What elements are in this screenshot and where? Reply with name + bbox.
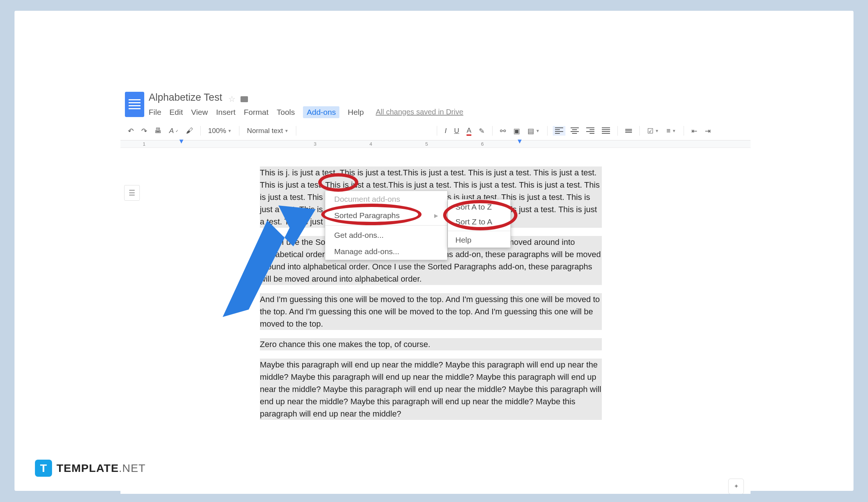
- docs-logo-icon[interactable]: [125, 92, 144, 117]
- ruler-mark-6: 6: [481, 141, 484, 147]
- align-left-button[interactable]: [553, 126, 565, 136]
- sorted-paragraphs-item[interactable]: Sorted Paragraphs▸: [325, 207, 447, 224]
- indent-decrease-button[interactable]: ⇤: [689, 125, 700, 137]
- outline-button[interactable]: ☰: [124, 185, 140, 201]
- watermark: T TEMPLATE.NET: [35, 460, 146, 477]
- ruler-mark-5: 5: [425, 141, 428, 147]
- paragraph-5[interactable]: Maybe this paragraph will end up near th…: [260, 359, 602, 420]
- print-button[interactable]: 🖶: [152, 125, 164, 136]
- menu-view[interactable]: View: [191, 108, 208, 117]
- manage-addons-item[interactable]: Manage add-ons...: [325, 243, 447, 260]
- explore-button[interactable]: ✦: [728, 479, 744, 494]
- star-icon[interactable]: ☆: [228, 94, 236, 104]
- menu-file[interactable]: File: [149, 108, 161, 117]
- align-justify-button[interactable]: [600, 126, 612, 136]
- toolbar: ↶ ↷ 🖶 A✓ 🖌 100% ▼ Normal text ▼ I U A ✎ …: [120, 122, 751, 140]
- menu-format[interactable]: Format: [244, 108, 269, 117]
- bullet-list-button[interactable]: ≡ ▼: [664, 125, 678, 136]
- underline-button[interactable]: U: [452, 125, 462, 136]
- link-button[interactable]: ⚯: [498, 125, 508, 137]
- indent-increase-button[interactable]: ⇥: [703, 125, 713, 137]
- style-selector[interactable]: Normal text ▼: [245, 125, 291, 136]
- sort-a-to-z-item[interactable]: Sort A to Z: [448, 200, 510, 214]
- menu-addons[interactable]: Add-ons: [303, 106, 339, 118]
- right-indent-marker-icon[interactable]: ▼: [516, 137, 523, 145]
- menu-bar: File Edit View Insert Format Tools Add-o…: [149, 104, 746, 122]
- zoom-selector[interactable]: 100% ▼: [206, 125, 234, 136]
- paragraph-3[interactable]: And I'm guessing this one will be moved …: [260, 293, 602, 330]
- ruler-mark-3: 3: [314, 141, 316, 147]
- checklist-button[interactable]: ☑ ▼: [645, 125, 661, 137]
- folder-icon[interactable]: [241, 96, 248, 102]
- addons-dropdown: Document add-ons Sorted Paragraphs▸ Get …: [325, 191, 448, 260]
- paragraph-4[interactable]: Zero chance this one makes the top, of c…: [260, 338, 602, 350]
- indent-marker-icon[interactable]: ▼: [178, 137, 185, 145]
- menu-edit[interactable]: Edit: [170, 108, 183, 117]
- saved-status[interactable]: All changes saved in Drive: [376, 108, 464, 116]
- dropdown-heading: Document add-ons: [325, 191, 447, 207]
- line-spacing-button[interactable]: [623, 127, 634, 134]
- ruler-mark-4: 4: [370, 141, 372, 147]
- ruler-mark-1: 1: [143, 141, 145, 147]
- image-button[interactable]: ▤ ▼: [525, 125, 542, 137]
- highlight-button[interactable]: ✎: [477, 125, 487, 137]
- watermark-text: TEMPLATE.NET: [57, 462, 146, 475]
- menu-insert[interactable]: Insert: [216, 108, 236, 117]
- get-addons-item[interactable]: Get add-ons...: [325, 227, 447, 243]
- menu-tools[interactable]: Tools: [277, 108, 295, 117]
- spellcheck-button[interactable]: A✓: [167, 125, 181, 136]
- align-right-button[interactable]: [584, 126, 597, 136]
- comment-button[interactable]: ▣: [511, 125, 522, 137]
- text-color-button[interactable]: A: [464, 125, 474, 137]
- watermark-logo-icon: T: [35, 460, 52, 477]
- redo-button[interactable]: ↷: [139, 125, 149, 137]
- undo-button[interactable]: ↶: [126, 125, 136, 137]
- italic-button[interactable]: I: [442, 125, 449, 136]
- addon-help-item[interactable]: Help: [448, 233, 510, 247]
- document-title[interactable]: Alphabetize Test: [149, 92, 222, 103]
- sort-z-to-a-item[interactable]: Sort Z to A: [448, 214, 510, 229]
- menu-help[interactable]: Help: [348, 108, 364, 117]
- google-docs-window: Alphabetize Test ☆ File Edit View Insert…: [120, 89, 751, 494]
- paint-format-button[interactable]: 🖌: [184, 125, 195, 136]
- ruler[interactable]: 1 ▼ 3 4 5 6 ▼: [120, 140, 751, 148]
- sorted-paragraphs-submenu: Sort A to Z Sort Z to A Help: [448, 199, 511, 248]
- align-center-button[interactable]: [568, 126, 581, 136]
